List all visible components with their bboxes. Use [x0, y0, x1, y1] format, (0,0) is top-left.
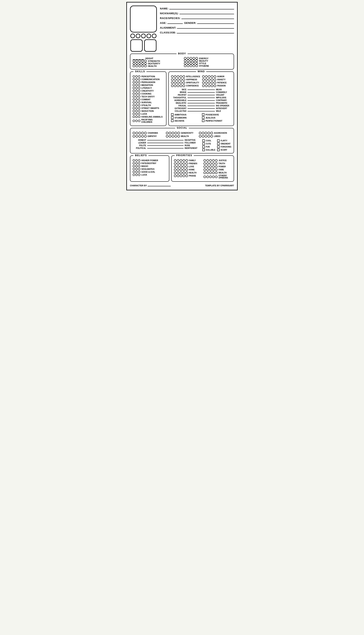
body-right: ENERGY BEAUTY STYLE: [184, 57, 231, 67]
checkbox-item: DECISIVE: [171, 120, 200, 122]
mind-stat-label: INTELLIGENCE: [186, 76, 200, 78]
age-input[interactable]: [168, 21, 183, 24]
social-checkbox-label: CUTE: [206, 143, 211, 145]
classjob-input[interactable]: [177, 30, 234, 34]
skill-label: LITERACY: [141, 87, 152, 89]
skill-label: COMBAT: [141, 98, 150, 101]
skill-circles: [133, 101, 140, 104]
character-by-input[interactable]: [148, 184, 171, 186]
gender-input[interactable]: [197, 21, 234, 24]
skill-circles: [133, 98, 140, 101]
checkbox-item: STUBBORN: [171, 116, 200, 119]
spectrum-line[interactable]: [188, 103, 215, 103]
skill-circles: [133, 110, 140, 112]
social-spec-line[interactable]: [147, 148, 184, 149]
skill-label: SURVIVAL: [141, 101, 152, 104]
classjob-label: CLASS/JOB:: [160, 31, 176, 34]
spectrum-line[interactable]: [188, 98, 215, 98]
avatar-circle-2: [136, 34, 140, 38]
checkbox-box[interactable]: [202, 116, 204, 119]
mind-stat-row: ANXIETY: [202, 78, 231, 81]
skill-label: PACIFYING CHILDREN: [141, 119, 164, 123]
checkbox-box[interactable]: [217, 149, 220, 151]
priority-row: FAMILY: [174, 159, 202, 162]
spectrum-line[interactable]: [188, 92, 215, 93]
checkbox-box[interactable]: [217, 143, 220, 145]
spectrum-line[interactable]: [188, 106, 215, 106]
checkbox-box[interactable]: [171, 116, 174, 119]
race-input[interactable]: [182, 16, 234, 19]
body-grid: HEIGHT STRENGTH DEXTERITY: [133, 57, 231, 67]
skill-label: LUCK: [141, 113, 147, 115]
spectrum-line[interactable]: [188, 111, 215, 111]
beauty-circles: [184, 60, 198, 62]
alignment-input[interactable]: [177, 26, 234, 29]
social-spec-right: RUDE: [185, 145, 200, 147]
spectrum-right-label: COWARDLY: [216, 91, 231, 93]
nickname-input[interactable]: [180, 11, 234, 14]
style-row: STYLE: [184, 62, 231, 65]
social-stat-row: AGGRESSION: [199, 132, 231, 134]
priorities-title: PRIORITIES: [175, 154, 194, 157]
belief-label: SOULMATES: [141, 168, 154, 170]
checkbox-box[interactable]: [202, 149, 205, 151]
social-spec-line[interactable]: [147, 143, 184, 143]
nickname-label: NICKNAME(S):: [160, 12, 179, 15]
name-input[interactable]: [169, 6, 234, 10]
spectrum-left-label: COLLECTED: [171, 110, 186, 112]
beliefs-section: BELIEFS HIGHER POWERFATE/DESTINYMAGICSOU…: [130, 155, 169, 182]
skill-row: COMMUNICATION: [133, 78, 164, 81]
spectrum-line[interactable]: [188, 100, 215, 101]
gender-field: GENDER:: [184, 21, 234, 25]
avatar-circle-5: [152, 34, 156, 38]
social-spec-line[interactable]: [147, 145, 184, 146]
checkbox-box[interactable]: [202, 113, 204, 116]
checkbox-box[interactable]: [171, 120, 174, 122]
dexterity-circles: [133, 62, 147, 65]
priority-label: LOVE: [189, 166, 194, 168]
checkbox-box[interactable]: [202, 120, 204, 122]
priority-row: POWER: [204, 165, 231, 168]
top-section: NAME: NICKNAME(S): RACE/SPECIES: AGE: GE…: [130, 6, 234, 52]
social-spec-line[interactable]: [147, 140, 184, 140]
spectrum-row: THOUGHTFULIMPULSIVE: [171, 97, 231, 99]
priority-label: JUSTICE: [218, 159, 226, 162]
priority-label: POWER: [218, 166, 226, 168]
social-stat-row: LIBIDO: [199, 135, 231, 138]
mind-stat-row: HAPPINESS: [171, 78, 200, 81]
checkbox-box[interactable]: [202, 140, 205, 142]
skill-row: SURVIVAL: [133, 101, 164, 104]
skill-row: MEDIATION: [133, 84, 164, 86]
checkbox-box[interactable]: [202, 146, 205, 148]
priority-row: LOVE: [174, 165, 202, 168]
skill-row: COMBAT: [133, 98, 164, 101]
skill-row: PERSUASION: [133, 81, 164, 83]
skill-circles: [133, 78, 140, 81]
social-stat-label: CHARISMA: [148, 132, 158, 134]
priority-row: JUSTICE: [204, 159, 231, 162]
spectrum-left-label: IDEALISTIC: [171, 102, 186, 104]
height-input[interactable]: [133, 57, 144, 60]
spectrum-row: EXTROVERTINTROVERT: [171, 107, 231, 110]
skill-row: LITERACY: [133, 87, 164, 89]
spectrum-left-label: BRAVE: [171, 91, 186, 93]
skill-row: PACIFYING CHILDREN: [133, 119, 164, 123]
social-checkbox-label: FORGIVING: [220, 146, 231, 148]
spectrum-line[interactable]: [188, 108, 215, 109]
priority-row: WEALTH: [204, 172, 231, 174]
mind-stat-label: PASSION: [217, 85, 226, 87]
checkbox-box[interactable]: [217, 146, 220, 148]
mind-stats: INTELLIGENCEHUMORHAPPINESSANXIETYSPIRITU…: [171, 75, 231, 87]
mind-stat-label: PATIENCE: [217, 82, 226, 84]
race-field: RACE/SPECIES:: [160, 16, 234, 20]
spectrum-line[interactable]: [188, 90, 215, 90]
social-stat-row: CHARISMA: [133, 132, 165, 134]
checkbox-box[interactable]: [217, 140, 220, 142]
spectrum-line[interactable]: [188, 95, 215, 95]
checkbox-box[interactable]: [202, 143, 205, 145]
social-spectrums: HONESTDECEPTIVELEADERFOLLOWERPOLITERUDEP…: [133, 139, 200, 151]
spectrum-right-label: CONTRARY: [216, 99, 231, 102]
skill-label: PERCEPTION: [141, 75, 155, 78]
checkbox-box[interactable]: [171, 113, 174, 116]
mind-stat-label: SPIRITUALITY: [186, 82, 199, 84]
